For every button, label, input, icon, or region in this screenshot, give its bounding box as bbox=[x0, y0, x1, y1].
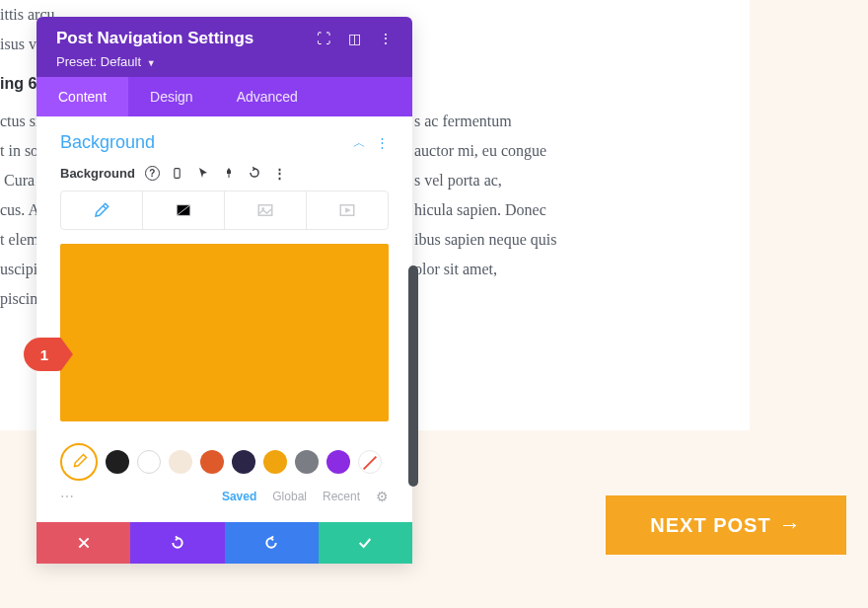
svg-rect-0 bbox=[175, 168, 180, 178]
bg-tab-color[interactable] bbox=[61, 191, 143, 229]
more-icon[interactable]: ⋮ bbox=[379, 31, 393, 46]
cursor-icon[interactable] bbox=[195, 165, 211, 181]
bg-tab-gradient[interactable] bbox=[143, 191, 225, 229]
swatch-drag-handle[interactable]: ⋯ bbox=[60, 489, 76, 504]
help-icon[interactable]: ? bbox=[145, 166, 160, 181]
tab-design[interactable]: Design bbox=[128, 77, 215, 116]
expand-icon[interactable]: ⛶ bbox=[317, 31, 330, 46]
undo-button[interactable] bbox=[130, 522, 224, 564]
swatch-navy[interactable] bbox=[232, 450, 255, 474]
next-post-button[interactable]: NEXT POST → bbox=[606, 495, 846, 555]
heading-fragment: ing 6 bbox=[0, 75, 36, 93]
background-section: Background ︿ ⋮ Background ? ⋮ bbox=[36, 116, 412, 429]
bg-tab-image[interactable] bbox=[225, 191, 307, 229]
panel-header[interactable]: Post Navigation Settings ⛶ ◫ ⋮ Preset: D… bbox=[36, 17, 412, 77]
preset-selector[interactable]: Preset: Default ▼ bbox=[56, 54, 393, 69]
section-more-icon[interactable]: ⋮ bbox=[376, 135, 389, 150]
swatch-purple[interactable] bbox=[326, 450, 350, 474]
swatch-cream[interactable] bbox=[169, 450, 192, 474]
section-title: Background bbox=[60, 132, 155, 153]
save-button[interactable] bbox=[319, 522, 412, 564]
panel-action-bar bbox=[36, 522, 412, 564]
swatch-amber[interactable] bbox=[263, 450, 287, 474]
tab-advanced[interactable]: Advanced bbox=[215, 77, 320, 116]
field-more-icon[interactable]: ⋮ bbox=[272, 165, 288, 181]
swatch-black[interactable] bbox=[106, 450, 129, 474]
layout-icon[interactable]: ◫ bbox=[348, 31, 361, 46]
pin-icon[interactable] bbox=[221, 165, 237, 181]
swatch-white[interactable] bbox=[137, 450, 161, 474]
redo-button[interactable] bbox=[225, 522, 319, 564]
color-preview[interactable] bbox=[60, 244, 389, 421]
preset-label: Preset: bbox=[56, 54, 97, 69]
swatch-orange[interactable] bbox=[200, 450, 224, 474]
reset-icon[interactable] bbox=[247, 165, 262, 181]
palette-saved[interactable]: Saved bbox=[222, 490, 256, 503]
caret-down-icon: ▼ bbox=[147, 58, 156, 68]
body-text-fragment-right: s ac fermentum auctor mi, eu congue s ve… bbox=[414, 107, 868, 284]
cancel-button[interactable] bbox=[36, 522, 130, 564]
tab-content[interactable]: Content bbox=[36, 77, 128, 116]
swatch-gray[interactable] bbox=[295, 450, 319, 474]
panel-tabs: Content Design Advanced bbox=[36, 77, 412, 116]
palette-global[interactable]: Global bbox=[272, 490, 307, 503]
phone-icon[interactable] bbox=[170, 165, 185, 181]
bg-tab-video[interactable] bbox=[307, 191, 388, 229]
palette-recent[interactable]: Recent bbox=[323, 490, 360, 503]
field-label: Background bbox=[60, 166, 135, 181]
preset-value: Default bbox=[101, 54, 141, 69]
color-swatches bbox=[36, 429, 412, 485]
settings-panel: Post Navigation Settings ⛶ ◫ ⋮ Preset: D… bbox=[36, 17, 412, 564]
eyedropper-button[interactable] bbox=[60, 443, 98, 481]
collapse-icon[interactable]: ︿ bbox=[353, 134, 366, 152]
background-type-tabs bbox=[60, 190, 389, 230]
next-post-label: NEXT POST bbox=[650, 514, 770, 537]
palette-settings-icon[interactable]: ⚙ bbox=[376, 489, 389, 504]
arrow-right-icon: → bbox=[779, 512, 802, 538]
panel-title: Post Navigation Settings bbox=[56, 29, 253, 48]
panel-scrollbar[interactable] bbox=[408, 266, 418, 487]
swatch-none[interactable] bbox=[358, 450, 382, 474]
